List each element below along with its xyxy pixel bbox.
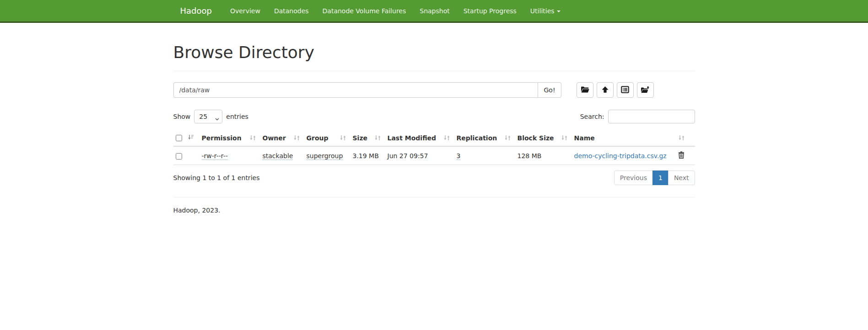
folder-upload-button[interactable] xyxy=(637,82,654,98)
header-select-all[interactable] xyxy=(173,130,202,146)
nav-item-overview[interactable]: Overview xyxy=(223,0,267,21)
upload-arrow-icon xyxy=(601,86,609,95)
nav-dropdown-utilities[interactable]: Utilities xyxy=(523,0,567,21)
brand-hadoop[interactable]: Hadoop xyxy=(173,0,219,21)
file-actions-toolbar xyxy=(577,82,654,98)
file-listing-table: Permission Owner Group xyxy=(173,130,695,165)
search-input[interactable] xyxy=(608,110,695,123)
sort-both-icon xyxy=(443,135,450,142)
header-block-size[interactable]: Block Size xyxy=(518,130,574,146)
navbar-menu: Overview Datanodes Datanode Volume Failu… xyxy=(223,0,567,21)
header-name-label: Name xyxy=(574,134,595,142)
list-alt-icon xyxy=(621,86,629,95)
footer-divider xyxy=(173,197,695,197)
page-title: Browse Directory xyxy=(173,43,695,62)
sort-both-icon xyxy=(340,135,346,142)
nav-item-datanode-volume-failures[interactable]: Datanode Volume Failures xyxy=(316,0,413,21)
table-footer: Showing 1 to 1 of 1 entries Previous 1 N… xyxy=(173,170,695,185)
sort-both-icon xyxy=(504,135,511,142)
header-block-size-label: Block Size xyxy=(518,134,554,142)
header-owner[interactable]: Owner xyxy=(263,130,307,146)
search-label: Search: xyxy=(580,113,604,120)
sort-both-icon xyxy=(249,135,256,142)
header-owner-label: Owner xyxy=(263,134,286,142)
pagination: Previous 1 Next xyxy=(614,170,695,185)
footer-text: Hadoop, 2023. xyxy=(173,207,695,214)
caret-down-icon xyxy=(557,11,561,12)
header-permission-label: Permission xyxy=(202,134,242,142)
group-value[interactable]: supergroup xyxy=(307,152,343,160)
main-content: Browse Directory Go! xyxy=(167,43,702,214)
title-divider xyxy=(173,71,695,71)
header-permission[interactable]: Permission xyxy=(202,130,263,146)
permission-value[interactable]: -rw-r--r-- xyxy=(202,152,228,160)
show-label: Show xyxy=(173,113,191,120)
header-group-label: Group xyxy=(307,134,329,142)
delete-file-button[interactable] xyxy=(678,151,685,160)
owner-value[interactable]: stackable xyxy=(263,152,293,160)
header-last-modified[interactable]: Last Modified xyxy=(388,130,457,146)
header-size-label: Size xyxy=(353,134,368,142)
header-size[interactable]: Size xyxy=(353,130,388,146)
table-row: -rw-r--r-- stackable supergroup 3.19 MB … xyxy=(173,146,695,165)
block-size-value: 128 MB xyxy=(518,152,542,160)
pagination-page-1[interactable]: 1 xyxy=(653,170,669,185)
directory-path-input[interactable] xyxy=(173,82,538,98)
file-name-link[interactable]: demo-cycling-tripdata.csv.gz xyxy=(574,152,667,160)
folder-upload-icon xyxy=(641,86,650,95)
create-directory-button[interactable] xyxy=(577,82,593,98)
path-bar: Go! xyxy=(173,82,695,98)
entries-info: Showing 1 to 1 of 1 entries xyxy=(173,174,260,181)
details-view-button[interactable] xyxy=(617,82,634,98)
header-last-modified-label: Last Modified xyxy=(388,134,437,142)
header-group[interactable]: Group xyxy=(307,130,353,146)
table-controls: Show 25 entries Search: xyxy=(173,110,695,123)
open-folder-icon xyxy=(581,86,589,95)
header-replication[interactable]: Replication xyxy=(457,130,518,146)
row-checkbox[interactable] xyxy=(176,153,182,160)
header-replication-label: Replication xyxy=(457,134,497,142)
page-length-control: Show 25 entries xyxy=(173,110,248,123)
entries-label: entries xyxy=(226,113,248,120)
sort-asc-icon xyxy=(188,134,194,142)
upload-file-button[interactable] xyxy=(597,82,614,98)
size-value: 3.19 MB xyxy=(353,152,379,160)
page-length-select[interactable]: 25 xyxy=(194,110,222,123)
pagination-previous[interactable]: Previous xyxy=(614,170,653,185)
top-navbar: Hadoop Overview Datanodes Datanode Volum… xyxy=(0,0,868,23)
last-modified-value: Jun 27 09:57 xyxy=(388,152,428,160)
sort-both-icon xyxy=(374,135,381,142)
nav-dropdown-utilities-label: Utilities xyxy=(530,7,555,15)
sort-both-icon xyxy=(293,135,300,142)
nav-item-startup-progress[interactable]: Startup Progress xyxy=(457,0,523,21)
nav-item-datanodes[interactable]: Datanodes xyxy=(267,0,316,21)
pagination-next[interactable]: Next xyxy=(669,170,695,185)
sort-both-icon xyxy=(678,135,685,142)
sort-both-icon xyxy=(561,135,568,142)
nav-item-snapshot[interactable]: Snapshot xyxy=(413,0,456,21)
search-control: Search: xyxy=(580,110,695,123)
go-button[interactable]: Go! xyxy=(538,82,561,98)
replication-value[interactable]: 3 xyxy=(457,152,461,160)
header-name[interactable]: Name xyxy=(574,130,695,146)
trash-icon xyxy=(678,153,685,160)
path-input-group: Go! xyxy=(173,82,561,98)
table-header-row: Permission Owner Group xyxy=(173,130,695,146)
select-all-checkbox[interactable] xyxy=(176,135,182,141)
